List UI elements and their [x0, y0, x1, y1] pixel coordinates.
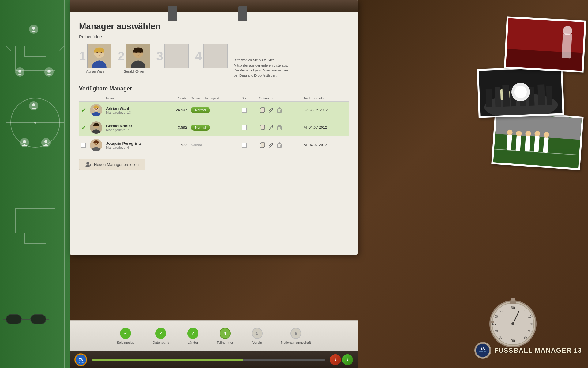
row-name-cell: Joaquin PeregrinaManagerlevel 4: [104, 136, 165, 154]
svg-text:55: 55: [499, 309, 503, 313]
field-player-icon-1: [29, 25, 38, 34]
create-manager-button[interactable]: Neuen Manager erstellen: [79, 159, 145, 170]
row-checkbox-cell[interactable]: ✓: [79, 102, 88, 119]
copy-icon[interactable]: [259, 106, 266, 114]
svg-text:50: 50: [494, 315, 498, 318]
row-options-cell: [257, 136, 302, 154]
row-options-cell: [257, 102, 302, 119]
svg-rect-6: [24, 46, 46, 57]
nav-step-circle-1[interactable]: ✓: [120, 328, 131, 339]
edit-icon[interactable]: [267, 124, 275, 131]
svg-rect-15: [6, 315, 21, 324]
edit-icon[interactable]: [267, 141, 275, 149]
row-difficulty-cell[interactable]: Normal: [189, 119, 240, 136]
nav-step-1[interactable]: ✓ Spielmodus: [117, 328, 134, 344]
manager-slot-3[interactable]: 3: [156, 44, 189, 70]
table-header-row: Name Punkte Schwierigkeitsgrad SpTr Opti…: [79, 95, 349, 102]
manager-slot-1[interactable]: 1: [79, 44, 111, 73]
svg-text:40: 40: [494, 330, 498, 333]
slot-2-portrait: [126, 44, 150, 68]
nav-step-circle-2[interactable]: ✓: [155, 328, 166, 339]
manager-level-text: Managerlevel 13: [106, 111, 164, 114]
nav-step-label-1: Spielmodus: [117, 341, 134, 344]
notebook: Manager auswählen Reihenfolge 1: [70, 0, 358, 255]
slot-1-number: 1: [79, 50, 86, 62]
manager-avatar: [90, 121, 102, 134]
svg-text:EA: EA: [79, 358, 83, 362]
nav-step-4[interactable]: 4 Teilnehmer: [217, 328, 233, 344]
slot-2-name: Gerald Köhler: [123, 70, 144, 73]
ring-right: [238, 6, 247, 21]
svg-point-24: [101, 52, 102, 53]
svg-rect-67: [562, 33, 572, 58]
row-sptr-cell[interactable]: [240, 136, 257, 154]
sptr-checkbox[interactable]: [242, 108, 247, 113]
row-points-cell: 26.907: [165, 102, 189, 119]
row-checkbox-cell[interactable]: [79, 136, 88, 154]
checkmark-icon: ✓: [81, 107, 86, 113]
difficulty-button[interactable]: Normal: [191, 125, 210, 131]
action-icons-group: [259, 124, 300, 131]
th-date: Änderungsdatum: [302, 95, 349, 102]
delete-icon[interactable]: [276, 124, 283, 131]
svg-point-10: [18, 70, 21, 73]
action-icons-group: [259, 106, 300, 114]
svg-point-42: [95, 125, 96, 126]
row-checkbox-cell[interactable]: ✓: [79, 119, 88, 136]
manager-slot-2[interactable]: 2 Gerald Köhler: [118, 44, 150, 73]
svg-point-43: [97, 125, 98, 126]
bottom-bar: EA SPORTS ‹ ›: [70, 351, 358, 368]
photo-2: [477, 66, 564, 118]
table-row: ✓Gerald KöhlerManagerlevel 73.882Normal: [79, 119, 349, 136]
svg-text:60: 60: [511, 306, 515, 310]
sptr-checkbox[interactable]: [242, 125, 247, 130]
row-date-cell: Mi 04.07.2012: [302, 119, 349, 136]
row-sptr-cell[interactable]: [240, 119, 257, 136]
svg-point-28: [139, 52, 141, 53]
sunglasses-decoration: [3, 309, 49, 331]
row-difficulty-cell[interactable]: Normal: [189, 102, 240, 119]
manager-avatar: [90, 104, 102, 116]
row-name-cell: Adrian WahlManagerlevel 13: [104, 102, 165, 119]
football-field: [0, 0, 70, 368]
svg-text:20: 20: [528, 330, 532, 333]
nav-step-circle-4[interactable]: 4: [220, 328, 231, 339]
stopwatch-decoration: 60 30 45 15 55 5 35 25 50 10 40 20: [487, 287, 539, 350]
unchecked-box[interactable]: [81, 143, 86, 148]
svg-rect-124: [511, 298, 515, 301]
copy-icon[interactable]: [259, 124, 266, 131]
svg-point-122: [511, 322, 514, 325]
svg-rect-16: [31, 315, 46, 324]
nav-step-label-2: Datenbank: [153, 341, 169, 344]
nav-forward-button[interactable]: ›: [342, 354, 353, 365]
manager-level-text: Managerlevel 7: [106, 128, 164, 132]
order-section-label: Reihenfolge: [79, 34, 349, 39]
row-sptr-cell[interactable]: [240, 102, 257, 119]
svg-point-53: [95, 143, 96, 144]
nav-back-button[interactable]: ‹: [330, 354, 341, 365]
photo-3: [491, 110, 584, 170]
create-manager-section: Neuen Manager erstellen: [79, 159, 349, 170]
managers-table: Name Punkte Schwierigkeitsgrad SpTr Opti…: [79, 95, 349, 154]
delete-icon[interactable]: [276, 106, 283, 114]
delete-icon[interactable]: [276, 141, 283, 149]
create-manager-label: Neuen Manager erstellen: [94, 162, 139, 167]
checkmark-icon: ✓: [81, 124, 86, 131]
svg-point-13: [23, 140, 26, 143]
svg-point-27: [135, 52, 137, 53]
sptr-checkbox[interactable]: [242, 143, 247, 148]
th-difficulty: Schwierigkeitsgrad: [189, 95, 240, 102]
selection-info-text: Bitte wählen Sie bis zu vier Mitspieler …: [234, 58, 289, 78]
slot-1-name: Adrian Wahl: [86, 70, 104, 73]
svg-rect-56: [261, 143, 265, 147]
row-difficulty-cell[interactable]: Normal: [189, 136, 240, 154]
nav-step-3[interactable]: ✓ Länder: [187, 328, 198, 344]
nav-step-2[interactable]: ✓ Datenbank: [153, 328, 169, 344]
copy-icon[interactable]: [259, 141, 266, 149]
svg-rect-74: [495, 87, 501, 107]
edit-icon[interactable]: [267, 106, 275, 114]
manager-slot-4[interactable]: 4: [195, 44, 228, 70]
nav-step-circle-3[interactable]: ✓: [187, 328, 198, 339]
difficulty-button[interactable]: Normal: [191, 107, 210, 113]
svg-text:25: 25: [523, 336, 527, 339]
